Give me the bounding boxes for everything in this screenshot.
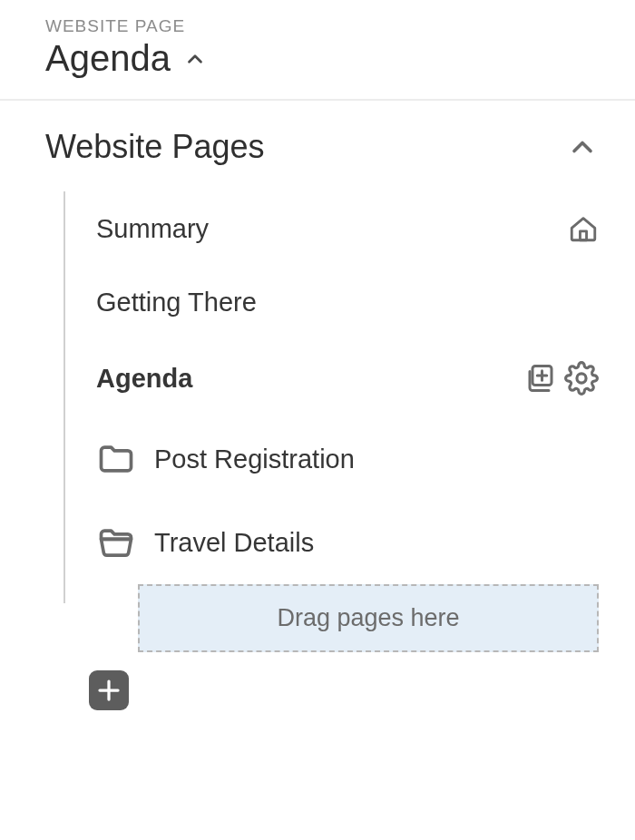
svg-rect-0 <box>580 231 586 240</box>
folder-item-travel-details[interactable]: Travel Details <box>64 501 599 584</box>
page-item-summary[interactable]: Summary <box>64 191 599 266</box>
svg-point-4 <box>577 374 586 383</box>
header-title-row[interactable]: Agenda <box>45 38 635 79</box>
chevron-up-icon <box>183 47 207 71</box>
add-page-icon[interactable] <box>524 362 557 395</box>
tree-connector-line <box>64 191 65 603</box>
folder-item-label: Travel Details <box>154 528 314 558</box>
gear-icon[interactable] <box>564 361 599 396</box>
folder-open-icon <box>96 523 136 562</box>
section-title: Website Pages <box>45 128 264 166</box>
plus-icon <box>95 677 122 704</box>
page-item-label: Summary <box>96 214 209 244</box>
page-item-agenda[interactable]: Agenda <box>64 339 599 417</box>
home-icon <box>568 213 599 244</box>
folder-item-post-registration[interactable]: Post Registration <box>64 417 599 501</box>
section-header[interactable]: Website Pages <box>45 128 599 166</box>
folder-icon <box>96 439 136 479</box>
website-pages-section: Website Pages Summary Getting There Agen… <box>0 101 635 652</box>
add-button[interactable] <box>89 670 129 710</box>
folder-item-label: Post Registration <box>154 444 355 474</box>
page-item-label: Getting There <box>96 288 257 317</box>
page-dropzone[interactable]: Drag pages here <box>138 584 599 652</box>
dropzone-label: Drag pages here <box>277 604 459 631</box>
page-header: WEBSITE PAGE Agenda <box>0 0 635 101</box>
header-title: Agenda <box>45 38 171 79</box>
page-item-getting-there[interactable]: Getting There <box>64 266 599 339</box>
chevron-up-icon <box>566 131 599 163</box>
header-eyebrow: WEBSITE PAGE <box>45 16 635 36</box>
page-tree: Summary Getting There Agenda <box>45 191 599 652</box>
page-item-label: Agenda <box>96 364 192 394</box>
